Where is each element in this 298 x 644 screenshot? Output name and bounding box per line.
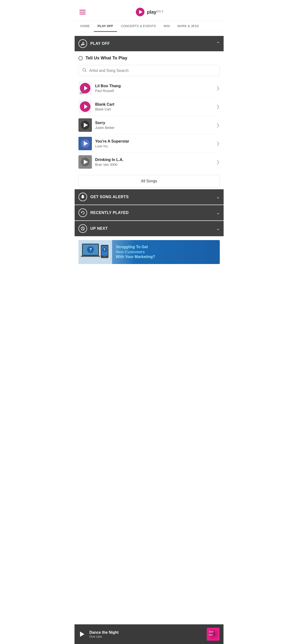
svg-text:play: play	[80, 92, 84, 94]
song-thumbnail	[78, 100, 92, 113]
song-info: You're A Superstar Love Inc.	[95, 139, 216, 148]
song-title: Lil Boo Thang	[95, 84, 216, 88]
song-title: Sorry	[95, 121, 216, 125]
bell-icon	[78, 192, 87, 201]
chevron-right-icon: ❯	[216, 104, 220, 109]
svg-point-2	[83, 44, 84, 45]
up-next-header[interactable]: UP NEXT ⌄	[75, 221, 224, 236]
song-info: Drinking In L.A. Bran Van 3000	[95, 158, 216, 166]
svg-text:101.: 101.	[80, 94, 83, 95]
chevron-right-icon: ❯	[216, 141, 220, 146]
header: play101.3	[75, 0, 224, 21]
song-artist: Bran Van 3000	[95, 163, 216, 166]
song-alerts-header[interactable]: GET SONG ALERTS ⌄	[75, 189, 224, 204]
all-songs-button[interactable]: All Songs	[78, 175, 220, 187]
chevron-down-icon: ⌄	[216, 210, 220, 216]
ad-image: ? ?	[78, 240, 112, 264]
chevron-down-icon: ⌄	[216, 194, 220, 200]
song-title: You're A Superstar	[95, 139, 216, 144]
navigation: HOME play off concerts & events win Mark…	[75, 21, 224, 32]
chevron-down-icon: ⌄	[216, 226, 220, 231]
song-thumbnail	[78, 137, 92, 150]
song-info: Lil Boo Thang Paul Russell	[95, 84, 216, 93]
song-artist: Paul Russell	[95, 89, 216, 93]
song-artist: Blank Cart	[95, 107, 216, 111]
svg-point-5	[83, 68, 86, 71]
song-artist: Love Inc.	[95, 144, 216, 148]
refresh-icon	[78, 208, 87, 217]
svg-line-6	[85, 71, 86, 72]
song-thumbnail: play 101.	[78, 82, 92, 95]
recently-played-header[interactable]: RECENTLY PLAYED ⌄	[75, 205, 224, 220]
nav-mark-jess[interactable]: Mark & Jess	[174, 21, 203, 32]
chevron-right-icon: ❯	[216, 86, 220, 91]
search-icon	[82, 68, 87, 74]
svg-point-1	[81, 44, 83, 46]
song-info: Sorry Justin Bieber	[95, 121, 216, 130]
nav-play-off[interactable]: play off	[94, 21, 117, 32]
logo-text: play101.3	[147, 9, 163, 15]
song-thumbnail	[78, 155, 92, 169]
svg-rect-4	[83, 42, 84, 43]
recently-played-title: RECENTLY PLAYED	[90, 210, 216, 215]
nav-concerts[interactable]: concerts & events	[117, 21, 160, 32]
song-alerts-title: GET SONG ALERTS	[90, 195, 216, 199]
hamburger-menu[interactable]	[79, 10, 86, 14]
play-off-title: PLAY OFF	[90, 42, 216, 46]
nav-win[interactable]: win	[160, 21, 174, 32]
chevron-up-icon: ⌃	[216, 41, 220, 46]
song-info: Blank Cart Blank Cart	[95, 102, 216, 111]
song-item[interactable]: Blank Cart Blank Cart ❯	[78, 98, 220, 116]
svg-rect-29	[81, 256, 100, 257]
clock-icon	[78, 224, 87, 233]
play-off-header[interactable]: PLAY OFF ⌃	[75, 36, 224, 51]
svg-point-32	[104, 256, 105, 257]
song-title: Blank Cart	[95, 102, 216, 106]
song-item[interactable]: Drinking In L.A. Bran Van 3000 ❯	[78, 153, 220, 171]
svg-point-23	[82, 195, 83, 196]
chevron-right-icon: ❯	[216, 159, 220, 164]
up-next-title: UP NEXT	[90, 226, 216, 231]
logo[interactable]: play101.3	[135, 7, 163, 17]
search-input[interactable]	[89, 68, 216, 73]
song-list: play 101. Lil Boo Thang Paul Russell ❯	[75, 79, 224, 171]
music-icon	[78, 39, 87, 48]
song-item[interactable]: play 101. Lil Boo Thang Paul Russell ❯	[78, 79, 220, 98]
song-thumbnail	[78, 118, 92, 132]
chevron-right-icon: ❯	[216, 122, 220, 128]
tell-us-label: Tell Us What To Play	[75, 51, 224, 63]
svg-text:?: ?	[89, 247, 92, 252]
search-bar[interactable]	[78, 65, 220, 76]
svg-rect-22	[82, 198, 83, 198]
song-item[interactable]: You're A Superstar Love Inc. ❯	[78, 134, 220, 153]
ad-text: Struggling To GetNew CustomersWith Your …	[112, 242, 159, 262]
nav-home[interactable]: HOME	[77, 21, 94, 32]
ad-headline: Struggling To GetNew CustomersWith Your …	[116, 244, 155, 260]
ad-banner[interactable]: ? ? Struggling To GetNew CustomersWith Y…	[78, 240, 220, 264]
step-circle	[78, 56, 83, 60]
song-item[interactable]: Sorry Justin Bieber ❯	[78, 116, 220, 134]
song-artist: Justin Bieber	[95, 126, 216, 130]
svg-text:?: ?	[103, 248, 106, 252]
play-off-section: PLAY OFF ⌃ Tell Us What To Play	[75, 36, 224, 187]
song-title: Drinking In L.A.	[95, 158, 216, 162]
